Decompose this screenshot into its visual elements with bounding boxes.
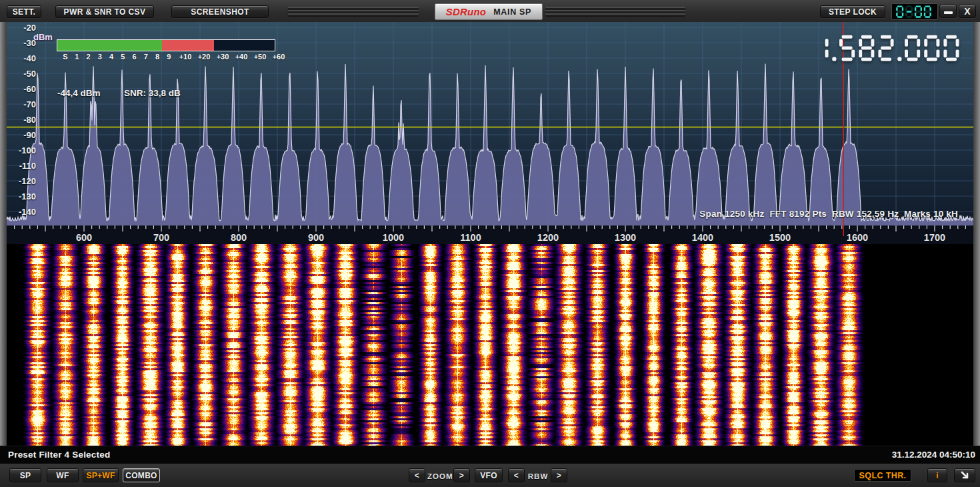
- vfo-button[interactable]: VFO: [475, 468, 503, 482]
- db-axis-label: -50: [7, 69, 36, 79]
- screenshot-button[interactable]: SCREENSHOT: [171, 5, 269, 18]
- rbw-increase-button[interactable]: >: [551, 468, 567, 482]
- freq-axis-label: 600: [76, 232, 92, 243]
- frequency-axis[interactable]: 6007008009001000110012001300140015001600…: [7, 225, 973, 244]
- wf-view-button[interactable]: WF: [47, 468, 79, 482]
- db-axis-label: -60: [7, 84, 36, 94]
- s-meter-scale-label: 8: [155, 53, 159, 61]
- db-axis-label: -100: [7, 145, 36, 155]
- power-readout: -44,4 dBm: [57, 88, 101, 98]
- sp-wf-view-button[interactable]: SP+WF: [83, 468, 119, 482]
- span-info-readout: Span 1250 kHz FFT 8192 Pts RBW 152,59 Hz…: [699, 209, 958, 219]
- close-button[interactable]: X: [959, 5, 976, 18]
- freq-axis-label: 1400: [692, 232, 713, 243]
- titlebar-grip-right[interactable]: [545, 7, 685, 16]
- status-message: Preset Filter 4 Selected: [8, 450, 110, 460]
- freq-axis-label: 1200: [537, 232, 559, 243]
- db-axis-unit: dBm: [33, 32, 53, 42]
- waterfall-display[interactable]: [7, 244, 973, 446]
- status-datetime: 31.12.2024 04:50:10: [892, 450, 975, 460]
- s-meter-scale-label: 4: [109, 53, 113, 61]
- spectrum-display[interactable]: -20-30-40-50-60-70-80-90-100-110-120-130…: [7, 22, 973, 225]
- status-bar: Preset Filter 4 Selected 31.12.2024 04:5…: [0, 446, 980, 464]
- s-meter-scale-label: 6: [132, 53, 136, 61]
- db-axis-label: -80: [7, 115, 36, 125]
- resize-arrow-icon: [960, 470, 970, 480]
- s-meter-scale-label: +10: [179, 53, 192, 61]
- s-meter-scale-label: +50: [254, 53, 267, 61]
- s-meter-scale-label: 2: [86, 53, 90, 61]
- db-axis-label: -140: [7, 207, 36, 217]
- s-meter: S123456789+10+20+30+40+50+60: [57, 39, 275, 61]
- freq-axis-label: 1300: [615, 232, 636, 243]
- snr-readout: SNR: 33,8 dB: [124, 88, 181, 98]
- s-meter-scale-label: +30: [217, 53, 229, 61]
- titlebar-grip-left[interactable]: [288, 7, 419, 16]
- s-meter-scale-label: 7: [144, 53, 148, 61]
- panel-title: MAIN SP: [493, 7, 531, 17]
- s-meter-scale-label: 5: [121, 53, 125, 61]
- minimize-icon: [944, 11, 953, 14]
- db-axis-label: -30: [7, 38, 36, 48]
- freq-axis-label: 1000: [383, 232, 404, 243]
- titlebar: SETT. PWR & SNR TO CSV SCREENSHOT SDRuno…: [0, 0, 980, 23]
- frequency-display[interactable]: [813, 35, 963, 64]
- db-axis-label: -70: [7, 99, 36, 109]
- sdruno-logo: SDRuno: [446, 6, 486, 17]
- pwr-snr-to-csv-button[interactable]: PWR & SNR TO CSV: [55, 5, 154, 18]
- freq-axis-label: 700: [153, 232, 169, 243]
- step-size-display: [891, 3, 938, 20]
- window-border-right: [973, 22, 980, 464]
- s-meter-scale: S123456789+10+20+30+40+50+60: [57, 53, 275, 61]
- freq-axis-label: 1500: [769, 232, 791, 243]
- sp-view-button[interactable]: SP: [9, 468, 41, 482]
- freq-axis-label: 900: [308, 232, 324, 243]
- resize-button[interactable]: [954, 468, 975, 482]
- db-axis-label: -110: [7, 161, 36, 171]
- step-lock-button[interactable]: STEP LOCK: [820, 5, 885, 18]
- freq-axis-label: 1100: [460, 232, 481, 243]
- db-axis-label: -40: [7, 53, 36, 63]
- s-meter-scale-label: 3: [98, 53, 102, 61]
- db-axis-label: -90: [7, 130, 36, 140]
- db-axis-label: -120: [7, 176, 36, 186]
- zoom-out-button[interactable]: <: [409, 468, 425, 482]
- db-axis-label: -130: [7, 191, 36, 201]
- rbw-label: RBW: [527, 472, 549, 480]
- info-button[interactable]: i: [927, 468, 947, 482]
- freq-axis-label: 800: [231, 232, 247, 243]
- settings-button[interactable]: SETT.: [7, 5, 41, 18]
- window-title-plate[interactable]: SDRuno MAIN SP: [435, 3, 543, 20]
- s-meter-scale-label: 9: [167, 53, 171, 61]
- s-meter-scale-label: +60: [273, 53, 285, 61]
- rbw-decrease-button[interactable]: <: [508, 468, 525, 482]
- combo-view-button[interactable]: COMBO: [123, 468, 160, 482]
- squelch-threshold-button[interactable]: SQLC THR.: [854, 469, 911, 482]
- s-meter-segment: [214, 40, 275, 51]
- zoom-label: ZOOM: [427, 472, 451, 480]
- s-meter-scale-label: +40: [235, 53, 248, 61]
- s-meter-scale-label: 1: [75, 53, 79, 61]
- s-meter-scale-label: +20: [198, 53, 211, 61]
- freq-axis-label: 1600: [847, 232, 868, 243]
- s-meter-bar: [57, 39, 275, 51]
- s-meter-segment: [162, 40, 214, 51]
- zoom-in-button[interactable]: >: [453, 468, 470, 482]
- sdruno-main-sp-window: SETT. PWR & SNR TO CSV SCREENSHOT SDRuno…: [0, 0, 980, 487]
- s-meter-segment: [57, 40, 162, 51]
- close-icon: X: [964, 6, 971, 17]
- freq-axis-label: 1700: [924, 232, 945, 243]
- s-meter-scale-label: S: [63, 53, 67, 61]
- minimize-button[interactable]: [939, 5, 957, 18]
- db-axis-label: -20: [7, 23, 36, 33]
- bottom-toolbar: SP WF SP+WF COMBO < ZOOM > VFO < RBW > S…: [0, 464, 980, 487]
- window-border-left: [0, 22, 7, 464]
